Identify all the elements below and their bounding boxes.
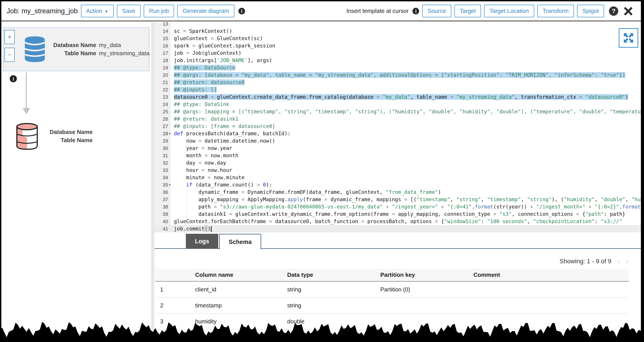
fullscreen-button[interactable] bbox=[619, 28, 638, 48]
code-line-38[interactable]: 38 path = "s3://aws-glue-mydata-02470004… bbox=[154, 203, 641, 210]
code-line-26[interactable]: 26## @return: datasink1 bbox=[154, 115, 641, 123]
code-line-28[interactable]: 28▼def processBatch(data_frame, batchId)… bbox=[154, 130, 641, 137]
code-text: hour = now.hour bbox=[171, 166, 641, 174]
code-line-25[interactable]: 25## @args: [mapping = [("timestamp", "s… bbox=[154, 108, 641, 115]
code-line-34[interactable]: 34 minute = now.minute bbox=[154, 174, 641, 181]
schema-table: Column name Data type Partition key Comm… bbox=[155, 269, 629, 330]
line-number: 28▼ bbox=[154, 130, 171, 137]
code-text: year = now.year bbox=[171, 144, 641, 152]
line-number: 35▼ bbox=[154, 181, 171, 188]
database-name-label: Database Name bbox=[50, 129, 93, 136]
table-name-value: my_streaming_data bbox=[99, 50, 150, 57]
insert-template-info-icon[interactable]: i bbox=[412, 8, 419, 14]
source-button[interactable]: Source bbox=[422, 5, 451, 17]
code-text: ## @args: [database = "my_data", table_n… bbox=[171, 72, 641, 79]
target-button[interactable]: Target bbox=[454, 5, 481, 17]
datasource-node-text: Database Name my_data Table Name my_stre… bbox=[53, 42, 150, 57]
code-line-13[interactable]: 13 bbox=[154, 22, 641, 28]
code-text: datasink1 = glueContext.write_dynamic_fr… bbox=[171, 210, 641, 218]
diagram-info-icon[interactable]: i bbox=[10, 75, 17, 82]
line-number: 25 bbox=[154, 108, 171, 115]
header-column-name: Column name bbox=[195, 272, 287, 278]
table-cell: string bbox=[287, 302, 380, 309]
diagram-node-datasink[interactable]: Database Name Table Name bbox=[10, 117, 148, 155]
code-text: apply_mapping = ApplyMapping.apply(frame… bbox=[171, 196, 641, 203]
code-line-29[interactable]: 29 now = datetime.datetime.now() bbox=[154, 137, 641, 144]
code-text: now = datetime.datetime.now() bbox=[171, 137, 641, 144]
table-cell: timestamp bbox=[195, 302, 287, 309]
target-location-button[interactable]: Target Location bbox=[484, 5, 534, 17]
text-cursor bbox=[211, 226, 212, 232]
code-text: dynamic_frame = DynamicFrame.fromDF(data… bbox=[171, 188, 641, 196]
line-number: 21 bbox=[154, 79, 171, 86]
close-icon[interactable] bbox=[624, 6, 633, 16]
save-button[interactable]: Save bbox=[117, 5, 140, 17]
generate-diagram-button[interactable]: Generate diagram bbox=[177, 5, 234, 17]
code-text: job.init(args['JOB_NAME'], args) bbox=[171, 57, 641, 64]
code-line-14[interactable]: 14sc = SparkContext() bbox=[154, 28, 641, 35]
code-line-23[interactable]: 23datasource0 = glueContext.create_data_… bbox=[154, 93, 641, 101]
line-number: 24 bbox=[154, 101, 171, 108]
prev-page-icon[interactable]: ‹ bbox=[617, 257, 620, 266]
toolbar-template-buttons: SourceTargetTarget LocationTransformSpig… bbox=[419, 5, 604, 17]
run-job-button[interactable]: Run job bbox=[144, 5, 174, 17]
code-text: minute = now.minute bbox=[171, 174, 641, 181]
pagination-bar: Showing: 1 - 9 of 9 ‹ › bbox=[154, 256, 629, 267]
panel-scrollbar-track[interactable] bbox=[151, 22, 154, 342]
code-line-36[interactable]: 36 dynamic_frame = DynamicFrame.fromDF(d… bbox=[154, 188, 641, 196]
job-info-icon[interactable]: i bbox=[238, 8, 245, 14]
code-line-32[interactable]: 32 day = now.day bbox=[154, 159, 641, 166]
tab-schema[interactable]: Schema bbox=[219, 234, 261, 250]
zoom-out-button[interactable]: − bbox=[4, 48, 15, 62]
code-line-30[interactable]: 30 year = now.year bbox=[154, 144, 641, 152]
code-line-35[interactable]: 35▼ if (data_frame.count() > 0): bbox=[154, 181, 641, 188]
diagram-node-datasource[interactable]: Database Name my_data Table Name my_stre… bbox=[3, 27, 150, 71]
code-line-27[interactable]: 27## @inputs: [frame = datasource0] bbox=[154, 123, 641, 130]
code-line-16[interactable]: 16spark = glueContext.spark_session bbox=[154, 42, 641, 50]
help-icon[interactable]: ? bbox=[609, 6, 618, 16]
code-line-40[interactable]: 40glueContext.forEachBatch(frame = datas… bbox=[154, 218, 641, 225]
datasink-node-text: Database Name Table Name bbox=[50, 129, 95, 144]
line-number: 37 bbox=[154, 196, 171, 203]
code-text: day = now.day bbox=[171, 159, 641, 166]
table-name-label: Table Name bbox=[50, 137, 93, 144]
zoom-in-button[interactable]: + bbox=[4, 30, 15, 44]
code-text: job = Job(glueContext) bbox=[171, 50, 641, 57]
line-number: 13 bbox=[154, 22, 171, 28]
code-line-18[interactable]: 18job.init(args['JOB_NAME'], args) bbox=[154, 57, 641, 64]
transform-button[interactable]: Transform bbox=[537, 5, 574, 17]
action-button[interactable]: Action▼ bbox=[81, 5, 114, 17]
header-data-type: Data type bbox=[287, 272, 380, 278]
code-line-15[interactable]: 15glueContext = GlueContext(sc) bbox=[154, 35, 641, 42]
code-line-17[interactable]: 17job = Job(glueContext) bbox=[154, 50, 641, 57]
code-line-22[interactable]: 22## @inputs: [] bbox=[154, 86, 641, 93]
database-icon-pink bbox=[15, 122, 39, 150]
line-number: 15 bbox=[154, 35, 171, 42]
table-row: 3humiditydouble bbox=[155, 314, 629, 330]
spigot-button[interactable]: Spigot bbox=[577, 5, 604, 17]
code-line-41[interactable]: 41job.commit() bbox=[154, 225, 641, 232]
code-line-20[interactable]: 20## @args: [database = "my_data", table… bbox=[154, 72, 641, 79]
code-line-37[interactable]: 37 apply_mapping = ApplyMapping.apply(fr… bbox=[154, 196, 641, 203]
next-page-icon[interactable]: › bbox=[626, 257, 629, 266]
code-line-33[interactable]: 33 hour = now.hour bbox=[154, 166, 641, 174]
page-title: Job: my_streaming_job bbox=[7, 7, 78, 15]
line-number: 16 bbox=[154, 42, 171, 50]
table-cell: Partition (0) bbox=[380, 286, 474, 293]
line-number: 31 bbox=[154, 152, 171, 159]
table-cell: 1 bbox=[155, 286, 195, 293]
line-number: 22 bbox=[154, 86, 171, 93]
table-cell: 3 bbox=[155, 318, 195, 325]
code-text: ## @return: datasource0 bbox=[171, 79, 641, 86]
script-editor[interactable]: 1314sc = SparkContext()15glueContext = G… bbox=[154, 22, 641, 233]
chevron-down-icon: ▼ bbox=[104, 9, 108, 14]
code-text: if (data_frame.count() > 0): bbox=[171, 181, 641, 188]
code-line-21[interactable]: 21## @return: datasource0 bbox=[154, 79, 641, 86]
tab-logs[interactable]: Logs bbox=[186, 234, 218, 249]
code-line-39[interactable]: 39 datasink1 = glueContext.write_dynamic… bbox=[154, 210, 641, 218]
code-line-31[interactable]: 31 month = now.month bbox=[154, 152, 641, 159]
code-text: month = now.month bbox=[171, 152, 641, 159]
toolbar-right-group: Insert template at cursor i SourceTarget… bbox=[346, 5, 633, 17]
code-line-24[interactable]: 24## @type: DataSink bbox=[154, 101, 641, 108]
code-line-19[interactable]: 19## @type: DataSource bbox=[154, 64, 641, 72]
